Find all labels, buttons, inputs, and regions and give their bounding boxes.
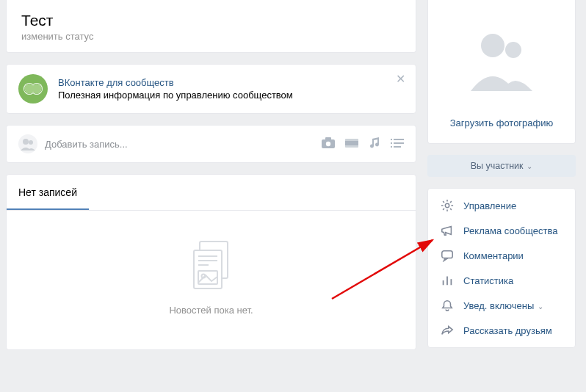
menu-label: Управление bbox=[463, 200, 516, 211]
svg-rect-16 bbox=[345, 145, 358, 148]
upload-photo-link[interactable]: Загрузить фотографию bbox=[440, 117, 563, 128]
bell-icon bbox=[440, 298, 455, 313]
change-status-link[interactable]: изменить статус bbox=[21, 31, 401, 42]
suggestion-avatar-icon bbox=[18, 74, 48, 104]
svg-point-7 bbox=[32, 84, 42, 94]
member-status-button[interactable]: Вы участник ⌄ bbox=[427, 155, 576, 177]
svg-rect-12 bbox=[325, 137, 331, 140]
megaphone-icon bbox=[440, 223, 455, 238]
empty-news-text: Новостей пока нет. bbox=[7, 305, 416, 316]
menu-item-share[interactable]: Рассказать друзьям bbox=[428, 318, 575, 343]
member-status-label: Вы участник bbox=[471, 161, 524, 171]
wall: Нет записей Новостей пока нет. bbox=[6, 174, 416, 350]
music-icon[interactable] bbox=[369, 137, 380, 151]
chevron-down-icon: ⌄ bbox=[535, 302, 543, 311]
svg-point-10 bbox=[29, 140, 33, 145]
svg-point-13 bbox=[326, 141, 330, 145]
composer-avatar-icon bbox=[18, 134, 37, 153]
comment-icon bbox=[440, 248, 455, 263]
menu-label: Рассказать друзьям bbox=[463, 325, 552, 336]
svg-point-9 bbox=[23, 139, 29, 145]
svg-point-30 bbox=[481, 34, 504, 57]
menu-label: Увед. включены ⌄ bbox=[463, 300, 543, 311]
svg-point-8 bbox=[18, 134, 37, 153]
close-icon[interactable]: ✕ bbox=[396, 73, 405, 85]
post-composer[interactable]: Добавить запись... bbox=[6, 125, 416, 163]
avatar-card: Загрузить фотографию bbox=[427, 0, 576, 144]
group-title: Тест bbox=[21, 12, 401, 29]
menu-label: Комментарии bbox=[463, 250, 524, 261]
share-icon bbox=[440, 323, 455, 338]
empty-news-icon bbox=[7, 240, 416, 291]
svg-point-32 bbox=[445, 203, 449, 207]
menu-item-manage[interactable]: Управление bbox=[428, 193, 575, 218]
avatar-placeholder-icon bbox=[440, 12, 563, 107]
member-button-wrap: Вы участник ⌄ bbox=[427, 155, 576, 177]
svg-rect-15 bbox=[345, 139, 358, 141]
menu-item-ads[interactable]: Реклама сообщества bbox=[428, 218, 575, 243]
wall-tab-no-posts[interactable]: Нет записей bbox=[7, 175, 89, 210]
menu-item-comments[interactable]: Комментарии bbox=[428, 243, 575, 268]
svg-point-31 bbox=[505, 42, 521, 58]
chevron-down-icon: ⌄ bbox=[525, 162, 533, 170]
side-menu: Управление Реклама сообщества Комментари… bbox=[427, 188, 576, 348]
menu-item-stats[interactable]: Статистика bbox=[428, 268, 575, 293]
svg-rect-33 bbox=[442, 251, 452, 258]
composer-placeholder[interactable]: Добавить запись... bbox=[45, 139, 322, 150]
group-header: Тест изменить статус bbox=[6, 0, 416, 53]
suggestion-title: ВКонтакте для сообществ bbox=[58, 77, 293, 88]
camera-icon[interactable] bbox=[322, 137, 335, 151]
menu-label: Реклама сообщества bbox=[463, 225, 558, 236]
suggestion-text: Полезная информация по управлению сообще… bbox=[58, 90, 293, 101]
gear-icon bbox=[440, 198, 455, 213]
more-icon[interactable] bbox=[391, 137, 404, 151]
menu-item-notifications[interactable]: Увед. включены ⌄ bbox=[428, 293, 575, 318]
stats-icon bbox=[440, 273, 455, 288]
suggestion-card[interactable]: ВКонтакте для сообществ Полезная информа… bbox=[6, 64, 416, 114]
menu-label: Статистика bbox=[463, 275, 513, 286]
video-icon[interactable] bbox=[345, 137, 358, 151]
